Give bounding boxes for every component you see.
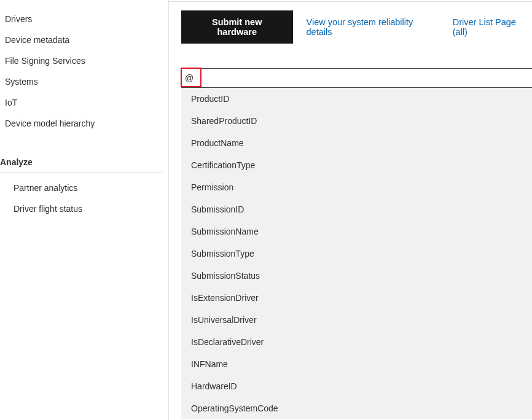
sidebar-section-header: Analyze bbox=[0, 151, 163, 173]
dropdown-item-submissiontype[interactable]: SubmissionType bbox=[181, 243, 532, 265]
dropdown-item-hardwareid[interactable]: HardwareID bbox=[181, 375, 532, 397]
dropdown-item-isdeclarativedriver[interactable]: IsDeclarativeDriver bbox=[181, 331, 532, 353]
driver-list-page-link[interactable]: Driver List Page (all) bbox=[453, 17, 532, 37]
dropdown-item-isuniversaldriver[interactable]: IsUniversalDriver bbox=[181, 309, 532, 331]
sidebar-item-drivers[interactable]: Drivers bbox=[0, 9, 168, 29]
sidebar-item-iot[interactable]: IoT bbox=[0, 92, 168, 113]
action-bar: Submit new hardware View your system rel… bbox=[169, 10, 532, 44]
sidebar-item-file-signing-services[interactable]: File Signing Services bbox=[0, 50, 168, 71]
sidebar-item-systems[interactable]: Systems bbox=[0, 71, 168, 92]
search-input[interactable] bbox=[181, 68, 532, 88]
dropdown-item-submissionid[interactable]: SubmissionID bbox=[181, 198, 532, 220]
dropdown-item-infname[interactable]: INFName bbox=[181, 353, 532, 375]
dropdown-item-productname[interactable]: ProductName bbox=[181, 132, 532, 154]
sidebar-subitem-partner-analytics[interactable]: Partner analytics bbox=[0, 177, 168, 198]
sidebar-section-analyze: Analyze bbox=[0, 151, 168, 173]
sidebar-item-device-metadata[interactable]: Device metadata bbox=[0, 29, 168, 50]
dropdown-item-certificationtype[interactable]: CertificationType bbox=[181, 154, 532, 176]
sidebar-subitem-driver-flight-status[interactable]: Driver flight status bbox=[0, 198, 168, 219]
dropdown-item-sharedproductid[interactable]: SharedProductID bbox=[181, 110, 532, 132]
dropdown-item-isextensiondriver[interactable]: IsExtensionDriver bbox=[181, 287, 532, 309]
submit-new-hardware-button[interactable]: Submit new hardware bbox=[181, 10, 293, 44]
dropdown-item-submissionstatus[interactable]: SubmissionStatus bbox=[181, 265, 532, 287]
sidebar: Drivers Device metadata File Signing Ser… bbox=[0, 0, 169, 420]
search-wrap bbox=[181, 68, 532, 88]
dropdown-item-operatingsystemcode[interactable]: OperatingSystemCode bbox=[181, 397, 532, 419]
main-content: Submit new hardware View your system rel… bbox=[169, 0, 532, 420]
dropdown-item-submissionname[interactable]: SubmissionName bbox=[181, 220, 532, 243]
sidebar-item-device-model-hierarchy[interactable]: Device model hierarchy bbox=[0, 113, 168, 134]
dropdown-item-permission[interactable]: Permission bbox=[181, 176, 532, 198]
filter-dropdown-list: ProductID SharedProductID ProductName Ce… bbox=[181, 88, 532, 419]
dropdown-item-productid[interactable]: ProductID bbox=[181, 88, 532, 110]
top-divider bbox=[169, 1, 532, 2]
view-reliability-link[interactable]: View your system reliability details bbox=[307, 17, 439, 37]
sidebar-subgroup: Partner analytics Driver flight status bbox=[0, 177, 168, 219]
